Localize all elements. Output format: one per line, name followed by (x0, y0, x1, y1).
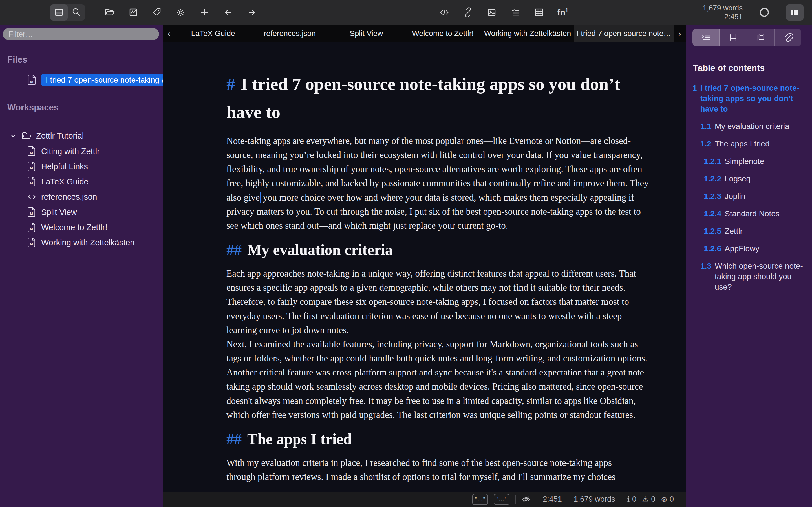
files-section-title: Files (7, 55, 163, 65)
tab-attachments[interactable] (774, 29, 801, 46)
tree-item-citing[interactable]: M Citing with Zettlr (27, 144, 163, 159)
paperclip-icon (783, 33, 793, 42)
tab-references[interactable] (720, 29, 747, 46)
file-manager-toggle-button[interactable] (50, 4, 68, 20)
tree-item-split-view[interactable]: M Split View (27, 205, 163, 220)
table-of-contents: 1 I tried 7 open-source note-taking apps… (686, 83, 812, 292)
toolbar-wordcount: 1,679 words 2:451 (703, 4, 743, 21)
markdown-file-icon: M (27, 207, 37, 217)
toc-entry-number: 1.2.1 (704, 156, 721, 166)
paragraph-text: through platform reviews. I made a short… (226, 472, 615, 482)
toolbar-right: 1,679 words 2:451 (703, 4, 804, 21)
tabs-scroll-right-button[interactable]: › (674, 25, 686, 42)
navigate-forward-button[interactable] (243, 4, 260, 20)
tab-active-note[interactable]: I tried 7 open-source note… (574, 25, 674, 42)
tree-item-references-json[interactable]: references.json (27, 189, 163, 205)
svg-text:M: M (30, 212, 33, 216)
toc-entry[interactable]: 1.2.5 Zettlr (686, 226, 812, 236)
stats-button[interactable] (124, 4, 142, 20)
status-divider (621, 495, 621, 504)
open-workspace-button[interactable] (101, 4, 118, 20)
toc-entry[interactable]: 1.2.4 Standard Notes (686, 209, 812, 219)
tree-item-label: Working with Zettelkästen (41, 238, 135, 247)
tab-references-json[interactable]: references.json (252, 25, 328, 42)
workspace-tree: Zettlr Tutorial M Citing with Zettlr M H… (0, 128, 163, 250)
task-list-icon (510, 7, 521, 18)
toc-entry[interactable]: 1.2.2 Logseq (686, 173, 812, 184)
tab-table-of-contents[interactable] (693, 29, 720, 46)
insert-code-button[interactable] (436, 4, 453, 20)
single-quotes-label: '…' (497, 496, 506, 503)
toc-entry-number: 1.2.5 (704, 226, 721, 236)
toc-icon (701, 33, 711, 42)
readability-toggle[interactable] (521, 495, 531, 504)
document-h2-evaluation: ##My evaluation criteria (226, 240, 652, 260)
tab-split-view[interactable]: Split View (328, 25, 405, 42)
toolbar-left-icons (101, 4, 260, 20)
arrow-left-icon (223, 7, 234, 18)
cursor-position-label: 2:451 (703, 12, 743, 21)
tab-related-files[interactable] (747, 29, 774, 46)
tree-item-welcome[interactable]: M Welcome to Zettlr! (27, 220, 163, 235)
new-file-button[interactable] (196, 4, 213, 20)
navigate-back-button[interactable] (219, 4, 237, 20)
pomodoro-button[interactable] (756, 4, 773, 20)
error-icon: ⊗ (661, 495, 667, 504)
toc-entry-number: 1 (693, 83, 697, 114)
insert-table-button[interactable] (530, 4, 548, 20)
filter-input[interactable] (3, 28, 159, 40)
toc-entry-text: Logseq (725, 173, 751, 184)
tree-item-latex-guide[interactable]: M LaTeX Guide (27, 174, 163, 189)
svg-text:M: M (30, 181, 33, 185)
tab-label: Working with Zettelkästen (484, 29, 571, 38)
toc-entry[interactable]: 1.1 My evaluation criteria (686, 121, 812, 131)
toc-entry[interactable]: 1.2.1 Simplenote (686, 156, 812, 166)
toc-entry-number: 1.3 (700, 261, 711, 292)
code-file-icon (27, 191, 37, 202)
svg-text:M: M (30, 242, 33, 246)
status-divider (537, 495, 537, 504)
toc-entry[interactable]: 1.2.6 AppFlowy (686, 243, 812, 254)
markdown-file-icon: M (27, 237, 37, 248)
toc-entry[interactable]: 1.2 The apps I tried (686, 138, 812, 149)
warning-count: 0 (651, 495, 655, 504)
toc-entry[interactable]: 1 I tried 7 open-source note-taking apps… (686, 83, 812, 114)
pomodoro-circle-icon (759, 7, 770, 18)
tree-item-label: Helpful Links (41, 162, 88, 171)
toc-entry-text: Standard Notes (725, 209, 779, 219)
file-manager-sidebar: Files M I tried 7 open-source note-takin… (0, 25, 163, 507)
tab-label: LaTeX Guide (191, 29, 235, 38)
chevron-right-icon: › (678, 29, 681, 38)
toc-entry-number: 1.2 (700, 138, 711, 149)
magic-quotes-single-button[interactable]: '…' (494, 494, 509, 505)
right-sidebar: Table of contents 1 I tried 7 open-sourc… (686, 25, 812, 507)
markdown-editor[interactable]: #I tried 7 open-source note-taking apps … (163, 42, 686, 492)
tab-label: I tried 7 open-source note… (576, 29, 671, 38)
insert-link-button[interactable] (459, 4, 477, 20)
h2-hash-token: ## (226, 431, 242, 448)
workspace-root-item[interactable]: Zettlr Tutorial (10, 128, 163, 144)
insert-tasklist-button[interactable] (507, 4, 524, 20)
h1-hash-token: # (226, 74, 235, 94)
magic-quotes-double-button[interactable]: "…" (472, 494, 488, 505)
toc-entry-text: The apps I tried (715, 138, 770, 149)
file-item-selected[interactable]: M I tried 7 open-source note-taking a... (27, 72, 163, 88)
svg-text:M: M (30, 151, 33, 155)
tree-item-zettelkasten[interactable]: M Working with Zettelkästen (27, 235, 163, 250)
sidebar-columns-icon (790, 7, 800, 18)
tree-item-helpful-links[interactable]: M Helpful Links (27, 159, 163, 174)
settings-button[interactable] (172, 4, 190, 20)
toc-entry[interactable]: 1.3 Which open-source note-taking app sh… (686, 261, 812, 292)
insert-footnote-button[interactable]: fn1 (554, 4, 571, 20)
tab-latex-guide[interactable]: LaTeX Guide (175, 25, 252, 42)
tabs-scroll-left-button[interactable]: ‹ (163, 25, 175, 42)
right-sidebar-toggle-button[interactable] (786, 4, 804, 20)
tree-item-label: LaTeX Guide (41, 177, 89, 186)
h2-hash-token: ## (226, 241, 242, 258)
insert-image-button[interactable] (483, 4, 500, 20)
tag-cloud-button[interactable] (148, 4, 166, 20)
tab-zettelkasten[interactable]: Working with Zettelkästen (481, 25, 574, 42)
global-search-button[interactable] (68, 4, 85, 20)
tab-welcome[interactable]: Welcome to Zettlr! (405, 25, 481, 42)
toc-entry[interactable]: 1.2.3 Joplin (686, 191, 812, 202)
